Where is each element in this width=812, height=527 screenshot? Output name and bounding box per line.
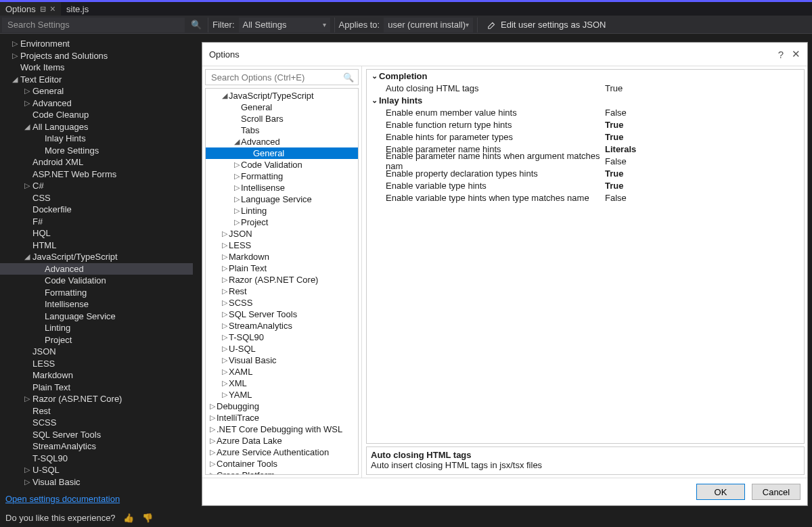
options-search-input[interactable] <box>210 72 343 83</box>
expand-icon[interactable]: ▷ <box>221 333 229 342</box>
tree-item[interactable]: ◢JavaScript/TypeScript <box>0 251 193 263</box>
tree-item[interactable]: ▷Language Service <box>206 193 358 205</box>
property-grid[interactable]: ⌄CompletionAuto closing HTML tagsTrue⌄In… <box>366 69 805 444</box>
expand-icon[interactable]: ◢ <box>23 122 31 131</box>
tree-item[interactable]: Advanced <box>0 263 193 275</box>
expand-icon[interactable]: ▷ <box>221 379 229 388</box>
filter-dropdown[interactable]: All Settings▾ <box>239 18 330 32</box>
property-row[interactable]: Enable parameter name hints when argumen… <box>367 155 804 167</box>
tree-item[interactable]: CSS <box>0 192 193 204</box>
expand-icon[interactable]: ▷ <box>221 252 229 261</box>
expand-icon[interactable]: ▷ <box>221 229 229 238</box>
options-tree[interactable]: ◢JavaScript/TypeScriptGeneralScroll Bars… <box>205 88 359 475</box>
expand-icon[interactable]: ▷ <box>233 172 241 181</box>
edit-json-link[interactable]: Edit user settings as JSON <box>482 20 611 30</box>
expand-icon[interactable]: ▷ <box>208 471 217 475</box>
tree-item[interactable]: SCSS <box>0 417 193 429</box>
tab-options[interactable]: Options ⊟ × <box>0 2 61 16</box>
expand-icon[interactable]: ▷ <box>23 181 31 190</box>
tree-item[interactable]: Android XML <box>0 156 193 168</box>
tree-item[interactable]: ▷Visual Basic <box>206 354 358 366</box>
ok-button[interactable]: OK <box>696 484 745 500</box>
expand-icon[interactable]: ▷ <box>221 241 229 250</box>
tree-item[interactable]: ▷Visual Basic <box>0 476 193 488</box>
tree-item[interactable]: Intellisense <box>0 298 193 311</box>
close-icon[interactable]: ✕ <box>792 48 800 60</box>
property-row[interactable]: Enable variable type hintsTrue <box>367 179 804 191</box>
tree-item[interactable]: ▷XAML <box>206 366 358 377</box>
tree-item[interactable]: SQL Server Tools <box>0 429 193 441</box>
tree-item[interactable]: ▷Container Tools <box>206 458 358 469</box>
tree-item[interactable]: ▷Code Validation <box>206 159 358 170</box>
property-value[interactable]: Literals <box>605 144 801 154</box>
expand-icon[interactable]: ▷ <box>23 478 31 486</box>
thumbs-up-icon[interactable]: 👍 <box>123 513 134 523</box>
expand-icon[interactable]: ▷ <box>221 298 229 307</box>
tree-item[interactable]: Plain Text <box>0 382 193 394</box>
pin-icon[interactable]: ⊟ <box>40 5 46 14</box>
search-settings-input[interactable] <box>2 18 185 32</box>
tree-item[interactable]: ▷Debugging <box>206 400 358 412</box>
expand-icon[interactable]: ▷ <box>233 218 241 227</box>
tree-item[interactable]: ▷StreamAnalytics <box>206 320 358 331</box>
tree-item[interactable]: T-SQL90 <box>0 453 193 465</box>
tab-file[interactable]: site.js <box>61 2 94 16</box>
tree-item[interactable]: JSON <box>0 346 193 358</box>
expand-icon[interactable]: ▷ <box>208 436 217 445</box>
property-value[interactable]: True <box>605 132 801 142</box>
tree-item[interactable]: ▷Markdown <box>206 251 358 262</box>
settings-tree[interactable]: ▷Environment▷Projects and SolutionsWork … <box>0 34 193 490</box>
property-row[interactable]: Enable variable type hints when type mat… <box>367 191 804 204</box>
expand-icon[interactable]: ▷ <box>23 465 31 474</box>
tree-item[interactable]: HQL <box>0 227 193 239</box>
tree-item[interactable]: Project <box>0 334 193 346</box>
expand-icon[interactable]: ▷ <box>208 459 217 468</box>
expand-icon[interactable]: ▷ <box>208 402 217 411</box>
tree-item[interactable]: ▷U-SQL <box>0 464 193 476</box>
tree-item[interactable]: ◢Text Editor <box>0 74 193 86</box>
search-icon[interactable]: 🔍 <box>189 20 204 30</box>
tree-item[interactable]: Rest <box>0 405 193 417</box>
tree-item[interactable]: ▷Project <box>206 216 358 228</box>
expand-icon[interactable]: ◢ <box>23 252 31 261</box>
tree-item[interactable]: More Settings <box>0 145 193 157</box>
expand-icon[interactable]: ▷ <box>233 160 241 169</box>
tree-item[interactable]: ▷Cross Platform <box>206 469 358 475</box>
tree-item[interactable]: ▷Linting <box>206 205 358 216</box>
tree-item[interactable]: ▷LESS <box>206 239 358 251</box>
tree-item[interactable]: Scroll Bars <box>206 113 358 124</box>
expand-icon[interactable]: ▷ <box>23 87 31 95</box>
tree-item[interactable]: ▷Razor (ASP.NET Core) <box>206 274 358 285</box>
expand-icon[interactable]: ▷ <box>221 390 229 399</box>
property-value[interactable]: True <box>605 83 801 93</box>
property-row[interactable]: Enable enum member value hintsFalse <box>367 106 804 118</box>
expand-icon[interactable]: ▷ <box>221 367 229 376</box>
tree-item[interactable]: ▷JSON <box>206 228 358 239</box>
expand-icon[interactable]: ◢ <box>11 75 19 84</box>
expand-icon[interactable]: ▷ <box>233 183 241 192</box>
tree-item[interactable]: Tabs <box>206 124 358 136</box>
property-row[interactable]: Enable property declaration types hintsT… <box>367 167 804 179</box>
collapse-icon[interactable]: ⌄ <box>369 96 379 105</box>
tree-item[interactable]: Code Cleanup <box>0 109 193 121</box>
tree-item[interactable]: ▷.NET Core Debugging with WSL <box>206 423 358 435</box>
expand-icon[interactable]: ▷ <box>221 275 229 284</box>
expand-icon[interactable]: ▷ <box>221 310 229 319</box>
tree-item[interactable]: ▷Projects and Solutions <box>0 50 193 62</box>
expand-icon[interactable]: ▷ <box>23 99 31 108</box>
tree-item[interactable]: ▷Intellisense <box>206 182 358 193</box>
tree-item[interactable]: Work Items <box>0 62 193 74</box>
tree-item[interactable]: ▷General <box>0 85 193 97</box>
tree-item[interactable]: StreamAnalytics <box>0 440 193 453</box>
expand-icon[interactable]: ▷ <box>208 413 217 422</box>
tree-item[interactable]: ▷C# <box>0 180 193 192</box>
tree-item[interactable]: ◢JavaScript/TypeScript <box>206 90 358 101</box>
tree-item[interactable]: General <box>206 101 358 113</box>
property-row[interactable]: Enable hints for parameter typesTrue <box>367 131 804 143</box>
tree-item[interactable]: Dockerfile <box>0 204 193 216</box>
tree-item[interactable]: Markdown <box>0 369 193 382</box>
expand-icon[interactable]: ▷ <box>23 394 31 403</box>
tree-item[interactable]: ▷T-SQL90 <box>206 331 358 343</box>
expand-icon[interactable]: ▷ <box>208 448 217 457</box>
cancel-button[interactable]: Cancel <box>752 484 800 500</box>
